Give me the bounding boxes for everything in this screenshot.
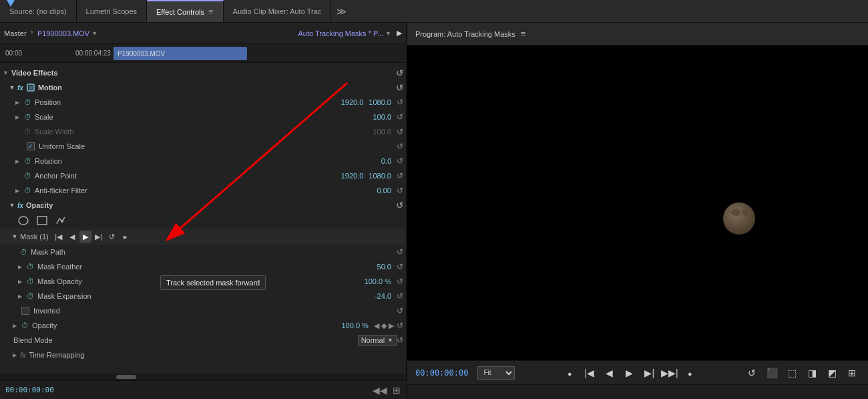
tab-more-icon[interactable]: ≫ [331,6,352,17]
insert-btn[interactable]: ◨ [804,365,820,381]
position-val2[interactable]: 1080.0 [369,98,391,106]
anchor-point-row[interactable]: ⏱ Anchor Point 1920.0 1080.0 ↺ [0,168,406,183]
rotation-toggle[interactable]: ▶ [13,157,21,165]
mask-path-reset[interactable]: ↺ [397,247,403,257]
mark-out-btn[interactable]: ⬥ [682,365,698,381]
rotation-reset[interactable]: ↺ [397,156,403,166]
mask-opacity-reset[interactable]: ↺ [397,277,403,286]
scale-val1[interactable]: 100.0 [373,113,391,121]
mask-path-stopwatch[interactable]: ⏱ [19,247,28,257]
opacity-toggle-icon[interactable]: ▼ [8,201,16,209]
uniform-scale-checkbox[interactable] [27,142,35,150]
timeline-clip[interactable]: P1900003.MOV [114,47,247,60]
mask-track-forward-btn[interactable]: ▶ [79,231,91,243]
uniform-scale-row[interactable]: Uniform Scale ↺ [0,139,406,154]
mask-expansion-val[interactable]: -24.0 [375,292,391,300]
motion-reset[interactable]: ↺ [396,83,403,93]
anchor-val1[interactable]: 1920.0 [341,172,364,180]
opacity-reset[interactable]: ↺ [396,201,403,211]
anchor-toggle[interactable] [13,172,21,180]
play-button[interactable]: ▶ [397,29,402,37]
mask-opacity-val[interactable]: 100.0 % [365,277,391,285]
rotation-stopwatch[interactable]: ⏱ [23,156,32,166]
opacity-prop-toggle[interactable]: ▶ [11,321,19,329]
mask-toggle-icon[interactable]: ▼ [11,233,19,241]
time-remap-toggle[interactable]: ▶ [11,351,19,359]
blend-mode-row[interactable]: Blend Mode Normal ▼ ↺ [0,333,406,348]
mask-feather-toggle[interactable]: ▶ [16,263,24,271]
rotation-val[interactable]: 0.0 [381,157,391,165]
mask-reset-btn[interactable]: ↺ [106,231,118,243]
mask-expansion-stopwatch[interactable]: ⏱ [25,291,35,301]
mask-feather-stopwatch[interactable]: ⏱ [25,262,35,271]
extract-btn[interactable]: ⬚ [784,365,800,381]
motion-toggle-icon[interactable]: ▼ [8,84,16,92]
mask-next-arr-btn[interactable]: ▸ [120,231,132,243]
mask-expansion-reset[interactable]: ↺ [397,291,403,301]
mask-to-end-btn[interactable]: ▶| [93,231,105,243]
scale-toggle[interactable]: ▶ [13,113,21,121]
loop-btn[interactable]: ↺ [744,365,760,381]
blend-mode-dropdown[interactable]: Normal ▼ [358,335,397,346]
mask-feather-reset[interactable]: ↺ [397,262,403,271]
mask-header[interactable]: ▼ Mask (1) |◀ ◀ ▶ ▶| ↺ ▸ [0,229,406,245]
inverted-row[interactable]: Inverted ↺ [0,303,406,318]
motion-header[interactable]: ▼ fx Motion ↺ [0,80,406,95]
mask-to-start-btn[interactable]: |◀ [53,231,65,243]
mask-prev-btn[interactable]: ◀ [66,231,78,243]
inverted-checkbox[interactable] [21,307,29,315]
opacity-prop-row[interactable]: ▶ ⏱ Opacity 100.0 % ◀ ◆ ▶ ↺ [0,318,406,333]
mask-expansion-row[interactable]: ▶ ⏱ Mask Expansion -24.0 ↺ [0,289,406,303]
anchor-stopwatch[interactable]: ⏱ [23,171,32,180]
anti-flicker-val[interactable]: 0.00 [377,186,391,194]
rotation-row[interactable]: ▶ ⏱ Rotation 0.0 ↺ [0,154,406,168]
opacity-prop-stopwatch[interactable]: ⏱ [20,321,29,330]
ellipse-tool[interactable] [16,215,31,227]
tab-effect-controls[interactable]: Effect Controls ≡ [147,0,224,22]
bottom-scroll-left[interactable]: ◀◀ [373,385,387,396]
tracking-dropdown[interactable]: Auto Tracking Masks * P... ▼ [298,29,392,37]
opacity-header[interactable]: ▼ fx Opacity ↺ [0,198,406,213]
anti-flicker-row[interactable]: ▶ ⏱ Anti-flicker Filter 0.00 ↺ [0,183,406,198]
anchor-reset[interactable]: ↺ [397,171,403,180]
position-val1[interactable]: 1920.0 [341,98,364,106]
anti-flicker-stopwatch[interactable]: ⏱ [23,186,32,195]
blend-mode-reset[interactable]: ↺ [397,336,403,345]
opacity-keyframe-nav[interactable]: ◀ ◆ ▶ [374,321,394,330]
rect-tool[interactable] [35,215,49,227]
tab-lumetri[interactable]: Lumetri Scopes [77,0,147,22]
step-back-many-btn[interactable]: |◀ [582,365,598,381]
position-reset[interactable]: ↺ [397,98,403,107]
anti-flicker-toggle[interactable]: ▶ [13,186,21,194]
mask-opacity-stopwatch[interactable]: ⏱ [25,277,35,286]
scale-stopwatch[interactable]: ⏱ [23,112,32,122]
position-toggle[interactable]: ▶ [13,98,21,106]
mask-opacity-toggle[interactable]: ▶ [16,277,24,285]
mask-expansion-toggle[interactable]: ▶ [16,292,24,300]
uniform-scale-reset[interactable]: ↺ [397,142,403,151]
scale-width-reset[interactable]: ↺ [397,127,403,136]
export-frame-btn[interactable]: ⊞ [844,365,860,381]
bottom-export[interactable]: ⊞ [393,385,401,396]
video-effects-reset[interactable]: ↺ [396,68,403,78]
tab-options-icon[interactable]: ≡ [208,7,214,17]
scroll-thumb[interactable] [116,375,136,379]
position-row[interactable]: ▶ ⏱ Position 1920.0 1080.0 ↺ [0,95,406,110]
position-stopwatch[interactable]: ⏱ [23,98,32,107]
mask-path-row[interactable]: ⏱ Mask Path ↺ [0,245,406,259]
step-fwd-btn[interactable]: ▶| [642,365,658,381]
scroll-track[interactable] [0,374,406,380]
inverted-reset[interactable]: ↺ [397,306,403,315]
scale-row[interactable]: ▶ ⏱ Scale 100.0 ↺ [0,110,406,124]
step-back-btn[interactable]: ◀ [602,365,618,381]
time-remapping-row[interactable]: ▶ fx Time Remapping [0,348,406,362]
tab-audio-clip[interactable]: Audio Clip Mixer: Auto Trac [224,0,332,22]
anti-flicker-reset[interactable]: ↺ [397,186,403,195]
play-btn[interactable]: ▶ [622,365,638,381]
lift-btn[interactable]: ⬛ [764,365,780,381]
program-menu-btn[interactable]: ≡ [521,29,526,39]
overwrite-btn[interactable]: ◩ [824,365,840,381]
fit-select[interactable]: Fit 25% 50% 75% 100% [477,366,515,380]
mask-feather-val[interactable]: 50.0 [377,263,391,271]
program-timeline-bar[interactable] [407,384,868,399]
